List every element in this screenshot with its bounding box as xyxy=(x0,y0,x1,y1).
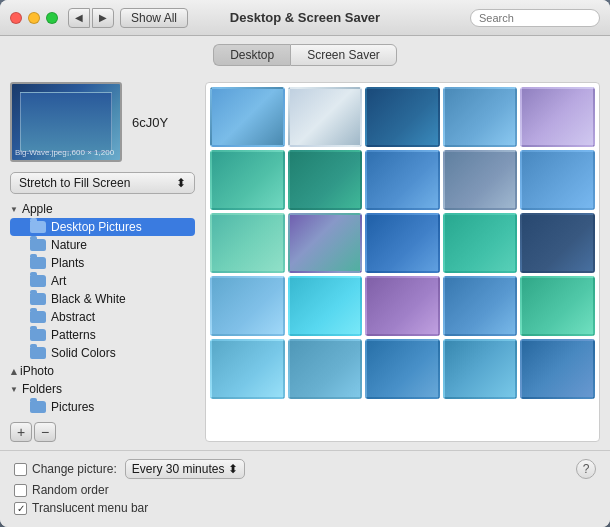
wallpaper-thumb-wp24[interactable] xyxy=(443,339,518,399)
interval-value: Every 30 minutes xyxy=(132,462,225,476)
sidebar-tree: ▼ Apple Desktop Pictures Nature Plants xyxy=(10,200,195,416)
sidebar-item-label: Black & White xyxy=(51,292,126,306)
translucent-menu-checkbox[interactable] xyxy=(14,502,27,515)
change-picture-checkbox[interactable] xyxy=(14,463,27,476)
bottom-row-2: Random order xyxy=(14,483,596,497)
sidebar-group-iphoto[interactable]: ▶ iPhoto xyxy=(10,362,195,380)
sidebar-item-label: Pictures xyxy=(51,400,94,414)
forward-button[interactable]: ▶ xyxy=(92,8,114,28)
traffic-lights xyxy=(10,12,58,24)
wallpaper-thumb-wp2[interactable] xyxy=(288,87,363,147)
wallpaper-thumb-wp14[interactable] xyxy=(443,213,518,273)
sidebar-bottom: + − xyxy=(10,422,195,442)
wallpaper-thumb-wp7[interactable] xyxy=(288,150,363,210)
interval-dropdown[interactable]: Every 30 minutes ⬍ xyxy=(125,459,246,479)
sidebar-item-label: Plants xyxy=(51,256,84,270)
wallpaper-thumb-wp11[interactable] xyxy=(210,213,285,273)
sidebar-group-apple[interactable]: ▼ Apple xyxy=(10,200,195,218)
remove-button[interactable]: − xyxy=(34,422,56,442)
back-button[interactable]: ◀ xyxy=(68,8,90,28)
sidebar-item-black-white[interactable]: Black & White xyxy=(10,290,195,308)
random-order-label: Random order xyxy=(32,483,109,497)
sidebar-group-iphoto-label: iPhoto xyxy=(20,364,54,378)
sidebar-group-folders[interactable]: ▼ Folders xyxy=(10,380,195,398)
wallpaper-thumb-wp5[interactable] xyxy=(520,87,595,147)
triangle-icon: ▶ xyxy=(10,368,18,374)
tab-desktop[interactable]: Desktop xyxy=(213,44,290,66)
folder-icon xyxy=(30,221,46,233)
preview-inner xyxy=(20,92,112,152)
titlebar: ◀ ▶ Show All Desktop & Screen Saver xyxy=(0,0,610,36)
sidebar-item-nature[interactable]: Nature xyxy=(10,236,195,254)
sidebar-item-label: Patterns xyxy=(51,328,96,342)
wallpaper-thumb-wp23[interactable] xyxy=(365,339,440,399)
wallpaper-thumb-wp9[interactable] xyxy=(443,150,518,210)
sidebar-item-label: Nature xyxy=(51,238,87,252)
wallpaper-thumb-wp8[interactable] xyxy=(365,150,440,210)
wallpaper-thumb-wp6[interactable] xyxy=(210,150,285,210)
wallpaper-thumb-wp20[interactable] xyxy=(520,276,595,336)
wallpaper-thumb-wp25[interactable] xyxy=(520,339,595,399)
sidebar-item-pictures[interactable]: Pictures xyxy=(10,398,195,416)
translucent-menu-group: Translucent menu bar xyxy=(14,501,148,515)
change-picture-label: Change picture: xyxy=(32,462,117,476)
tab-bar: Desktop Screen Saver xyxy=(0,36,610,74)
fill-dropdown-row: Stretch to Fill Screen ⬍ xyxy=(10,172,195,194)
help-button[interactable]: ? xyxy=(576,459,596,479)
wallpaper-thumb-wp19[interactable] xyxy=(443,276,518,336)
wallpaper-thumb-wp21[interactable] xyxy=(210,339,285,399)
sidebar-group-apple-label: Apple xyxy=(22,202,53,216)
preview-name: 6cJ0Y xyxy=(132,115,168,130)
wallpaper-thumb-wp17[interactable] xyxy=(288,276,363,336)
folder-icon xyxy=(30,275,46,287)
triangle-icon: ▼ xyxy=(10,385,18,394)
sidebar-item-abstract[interactable]: Abstract xyxy=(10,308,195,326)
bottom-row-3: Translucent menu bar xyxy=(14,501,596,515)
fill-dropdown-value: Stretch to Fill Screen xyxy=(19,176,130,190)
sidebar-item-art[interactable]: Art xyxy=(10,272,195,290)
wallpaper-thumb-wp16[interactable] xyxy=(210,276,285,336)
translucent-menu-label: Translucent menu bar xyxy=(32,501,148,515)
minimize-button[interactable] xyxy=(28,12,40,24)
sidebar-item-patterns[interactable]: Patterns xyxy=(10,326,195,344)
search-bar[interactable] xyxy=(470,9,600,27)
wallpaper-thumb-wp1[interactable] xyxy=(210,87,285,147)
right-panel xyxy=(205,82,600,442)
left-panel: 6cJ0Y Stretch to Fill Screen ⬍ ▼ Apple D xyxy=(10,82,195,442)
interval-arrow: ⬍ xyxy=(228,462,238,476)
wallpaper-thumb-wp3[interactable] xyxy=(365,87,440,147)
window-title: Desktop & Screen Saver xyxy=(230,10,380,25)
folder-icon xyxy=(30,329,46,341)
wallpaper-thumb-wp4[interactable] xyxy=(443,87,518,147)
sidebar-item-label: Art xyxy=(51,274,66,288)
random-order-checkbox[interactable] xyxy=(14,484,27,497)
bottom-row-1: Change picture: Every 30 minutes ⬍ ? xyxy=(14,459,596,479)
folder-icon xyxy=(30,293,46,305)
sidebar-item-label: Abstract xyxy=(51,310,95,324)
maximize-button[interactable] xyxy=(46,12,58,24)
wallpaper-thumb-wp10[interactable] xyxy=(520,150,595,210)
wallpaper-thumb-wp15[interactable] xyxy=(520,213,595,273)
sidebar-item-solid-colors[interactable]: Solid Colors xyxy=(10,344,195,362)
show-all-button[interactable]: Show All xyxy=(120,8,188,28)
folder-icon xyxy=(30,401,46,413)
wallpaper-thumb-wp13[interactable] xyxy=(365,213,440,273)
wallpaper-grid xyxy=(210,87,595,399)
fill-dropdown[interactable]: Stretch to Fill Screen ⬍ xyxy=(10,172,195,194)
sidebar-item-desktop-pictures[interactable]: Desktop Pictures xyxy=(10,218,195,236)
preview-thumbnail xyxy=(10,82,122,162)
triangle-icon: ▼ xyxy=(10,205,18,214)
sidebar-item-label: Solid Colors xyxy=(51,346,116,360)
wallpaper-thumb-wp18[interactable] xyxy=(365,276,440,336)
wallpaper-grid-container[interactable] xyxy=(205,82,600,442)
wallpaper-thumb-wp12[interactable] xyxy=(288,213,363,273)
folder-icon xyxy=(30,239,46,251)
sidebar-item-plants[interactable]: Plants xyxy=(10,254,195,272)
add-button[interactable]: + xyxy=(10,422,32,442)
search-input[interactable] xyxy=(479,12,591,24)
wallpaper-thumb-wp22[interactable] xyxy=(288,339,363,399)
nav-buttons: ◀ ▶ xyxy=(68,8,114,28)
tab-screensaver[interactable]: Screen Saver xyxy=(290,44,397,66)
folder-icon xyxy=(30,347,46,359)
close-button[interactable] xyxy=(10,12,22,24)
